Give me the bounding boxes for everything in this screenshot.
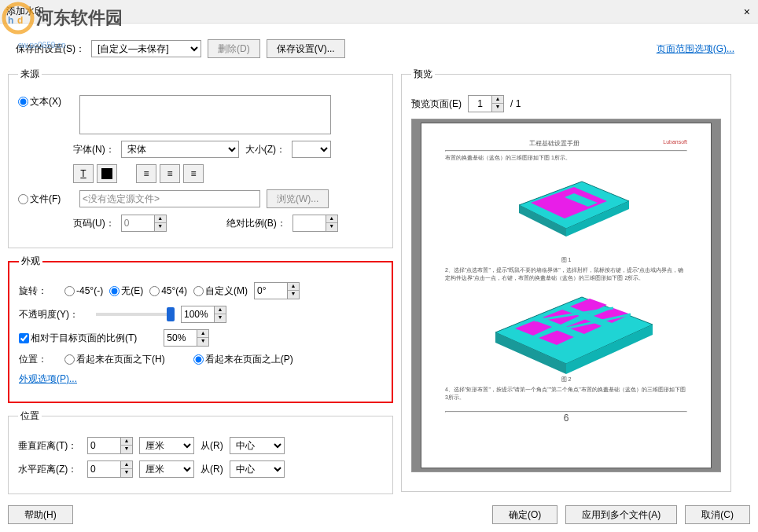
- ok-button[interactable]: 确定(O): [492, 505, 557, 524]
- font-select[interactable]: 宋体: [121, 141, 239, 158]
- hdist-unit-select[interactable]: 厘米: [139, 460, 194, 478]
- watermark-sublogo: sw.pc0659.cn: [18, 41, 66, 50]
- file-path-input: [79, 190, 260, 207]
- hdist-label: 水平距离(Z)：: [18, 463, 81, 476]
- source-fieldset: 来源 文本(X) 字体(N)： 宋体 大小(Z)： T ≡ ≡: [8, 68, 393, 248]
- apply-multiple-button[interactable]: 应用到多个文件(A): [565, 505, 677, 524]
- preview-page-spinner[interactable]: ▲▼: [468, 95, 504, 112]
- vfrom-label: 从(R): [201, 439, 223, 453]
- appearance-legend: 外观: [19, 255, 42, 268]
- align-center-icon[interactable]: ≡: [160, 164, 180, 183]
- align-left-icon[interactable]: ≡: [136, 164, 156, 183]
- hdist-spinner[interactable]: ▲▼: [87, 460, 133, 478]
- vdist-spinner[interactable]: ▲▼: [87, 437, 133, 454]
- source-legend: 来源: [18, 68, 42, 81]
- opacity-slider[interactable]: [96, 313, 175, 316]
- page-num-spinner: ▲▼: [121, 215, 167, 232]
- watermark-text-input[interactable]: [79, 95, 331, 134]
- help-button[interactable]: 帮助(H): [8, 505, 73, 524]
- preview-page-content: 工程基础设置手册Lubansoft 布置的换盖基础（蓝色）的三维图形如下图 1所…: [421, 123, 712, 468]
- preview-page-number: 6: [564, 413, 569, 424]
- rot-value-spinner[interactable]: ▲▼: [254, 282, 300, 299]
- rot-none-radio[interactable]: [109, 286, 120, 296]
- front-radio[interactable]: [193, 354, 204, 365]
- color-picker[interactable]: [97, 164, 117, 183]
- cancel-button[interactable]: 取消(C): [685, 505, 750, 524]
- text-radio[interactable]: [18, 97, 28, 107]
- page-range-link[interactable]: 页面范围选项(G)...: [657, 42, 734, 56]
- close-icon[interactable]: ×: [744, 6, 750, 18]
- preview-legend: 预览: [411, 68, 435, 81]
- preview-page-label: 预览页面(E): [411, 97, 462, 111]
- save-settings-button[interactable]: 保存设置(V)...: [267, 39, 345, 58]
- font-label: 字体(N)：: [73, 143, 115, 156]
- appearance-options-link[interactable]: 外观选项(P)...: [19, 372, 77, 386]
- delete-button: 删除(D): [208, 39, 260, 58]
- align-right-icon[interactable]: ≡: [183, 164, 204, 183]
- browse-button: 浏览(W)...: [267, 189, 329, 208]
- vdist-unit-select[interactable]: 厘米: [139, 437, 194, 454]
- opacity-spinner[interactable]: ▲▼: [181, 306, 226, 323]
- rot-45-radio[interactable]: [149, 286, 160, 296]
- underline-icon[interactable]: T: [73, 164, 94, 183]
- hfrom-label: 从(R): [201, 463, 223, 476]
- relative-scale-checkbox[interactable]: [19, 333, 29, 343]
- relative-scale-spinner[interactable]: ▲▼: [164, 329, 209, 347]
- preview-fieldset: 预览 预览页面(E) ▲▼ / 1 工程基础设置手册Lubansoft 布置的换…: [401, 68, 731, 492]
- rotate-label: 旋转：: [19, 284, 58, 298]
- vfrom-select[interactable]: 中心: [230, 437, 285, 454]
- rot-neg45-radio[interactable]: [64, 286, 75, 296]
- abs-scale-label: 绝对比例(B)：: [226, 217, 286, 230]
- abs-scale-spinner: ▲▼: [293, 215, 338, 232]
- svg-text:h: h: [8, 15, 13, 26]
- appearance-fieldset: 外观 旋转： -45°(-) 无(E) 45°(4) 自定义(M) ▲▼ 不透明…: [8, 255, 393, 403]
- file-radio[interactable]: [18, 194, 28, 204]
- opacity-label: 不透明度(Y)：: [19, 308, 90, 321]
- size-label: 大小(Z)：: [245, 143, 285, 156]
- saved-settings-select[interactable]: [自定义—未保存]: [91, 40, 201, 57]
- position-label: 位置：: [19, 353, 58, 366]
- page-num-label: 页码(U)：: [73, 217, 115, 230]
- position-legend: 位置: [18, 409, 42, 423]
- watermark-logo: hd 河东软件园: [0, 0, 123, 36]
- rot-custom-radio[interactable]: [193, 286, 204, 296]
- size-select[interactable]: [292, 141, 331, 158]
- preview-viewport: 工程基础设置手册Lubansoft 布置的换盖基础（蓝色）的三维图形如下图 1所…: [411, 119, 721, 472]
- vdist-label: 垂直距离(T)：: [18, 439, 81, 453]
- svg-text:d: d: [17, 15, 23, 26]
- behind-radio[interactable]: [64, 354, 75, 365]
- preview-page-total: / 1: [510, 98, 521, 109]
- hfrom-select[interactable]: 中心: [230, 460, 285, 478]
- position-fieldset: 位置 垂直距离(T)： ▲▼ 厘米 从(R) 中心 水平距离(Z)： ▲▼ 厘米…: [8, 409, 393, 494]
